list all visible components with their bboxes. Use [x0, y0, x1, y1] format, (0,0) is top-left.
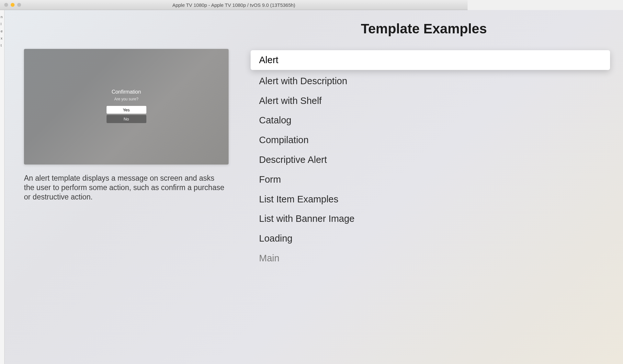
template-preview: Confirmation Are you sure? Yes No	[24, 49, 229, 165]
window-title: Apple TV 1080p - Apple TV 1080p / tvOS 9…	[172, 2, 295, 8]
alert-yes-button[interactable]: Yes	[107, 106, 146, 114]
minimize-window-button[interactable]	[11, 3, 15, 7]
page-title: Template Examples	[251, 21, 468, 37]
template-item-list-with-banner-image[interactable]: List with Banner Image	[251, 209, 468, 229]
background-window-edge: n l e x t	[0, 10, 5, 273]
maximize-window-button[interactable]	[17, 3, 21, 7]
template-list-panel: Template Examples AlertAlert with Descri…	[238, 10, 468, 273]
template-item-list-item-examples[interactable]: List Item Examples	[251, 189, 468, 209]
simulator-content: Confirmation Are you sure? Yes No An ale…	[5, 10, 468, 273]
alert-title: Confirmation	[112, 89, 141, 95]
template-item-alert-with-description[interactable]: Alert with Description	[251, 71, 468, 91]
template-item-compilation[interactable]: Compilation	[251, 130, 468, 150]
template-item-form[interactable]: Form	[251, 170, 468, 189]
template-item-main[interactable]: Main	[251, 248, 468, 268]
alert-no-button[interactable]: No	[107, 115, 146, 123]
window-titlebar: Apple TV 1080p - Apple TV 1080p / tvOS 9…	[0, 0, 468, 10]
template-list: AlertAlert with DescriptionAlert with Sh…	[251, 50, 468, 268]
template-item-descriptive-alert[interactable]: Descriptive Alert	[251, 150, 468, 170]
template-item-alert[interactable]: Alert	[251, 50, 468, 70]
preview-panel: Confirmation Are you sure? Yes No An ale…	[5, 10, 238, 273]
template-item-loading[interactable]: Loading	[251, 229, 468, 248]
traffic-lights	[0, 3, 21, 7]
template-item-catalog[interactable]: Catalog	[251, 110, 468, 130]
template-item-alert-with-shelf[interactable]: Alert with Shelf	[251, 91, 468, 111]
alert-subtitle: Are you sure?	[114, 97, 139, 101]
template-description: An alert template displays a message on …	[24, 174, 225, 201]
close-window-button[interactable]	[4, 3, 8, 7]
